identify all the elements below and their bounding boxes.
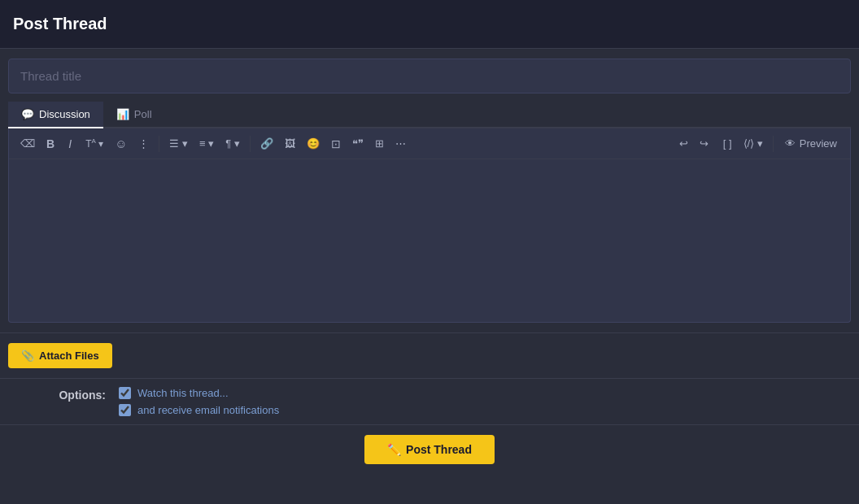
- watch-thread-checkbox[interactable]: [119, 387, 131, 399]
- post-thread-button[interactable]: ✏️ Post Thread: [364, 435, 495, 464]
- undo-icon: ↩: [679, 137, 688, 150]
- options-label: Options:: [8, 387, 106, 402]
- email-notifications-option[interactable]: and receive email notifications: [119, 404, 279, 416]
- align-icon: ≡ ▾: [199, 137, 214, 150]
- more-dots-icon: ⋮: [138, 137, 149, 150]
- editor-area[interactable]: [9, 159, 850, 322]
- link-button[interactable]: 🔗: [255, 134, 278, 153]
- font-size-button[interactable]: TA ▾: [81, 134, 108, 153]
- preview-label: Preview: [800, 137, 837, 150]
- redo-icon: ↪: [700, 137, 709, 150]
- submit-section: ✏️ Post Thread: [0, 424, 859, 474]
- options-checkboxes: Watch this thread... and receive email n…: [119, 387, 279, 416]
- more-toolbar-button[interactable]: ⋯: [390, 134, 411, 153]
- italic-button[interactable]: I: [61, 134, 79, 154]
- tab-discussion-label: Discussion: [39, 108, 90, 120]
- toolbar-separator-3: [773, 136, 774, 152]
- media-button[interactable]: ⊡: [326, 134, 346, 154]
- table-icon: ⊞: [375, 137, 384, 150]
- brackets-icon: [ ]: [723, 137, 732, 150]
- attach-label: Attach Files: [39, 350, 99, 362]
- quote-button[interactable]: ❝❞: [347, 134, 368, 153]
- post-thread-icon: ✏️: [387, 443, 401, 456]
- list-button[interactable]: ☰ ▾: [164, 134, 193, 153]
- image-icon: 🖼: [285, 137, 295, 150]
- code-button[interactable]: ⟨/⟩ ▾: [739, 134, 768, 153]
- editor-toolbar: ⌫ B I TA ▾ ☺ ⋮ ☰ ▾ ≡ ▾: [9, 128, 850, 159]
- toolbar-separator-1: [159, 136, 159, 152]
- list-icon: ☰ ▾: [169, 137, 188, 150]
- editor-wrapper: ⌫ B I TA ▾ ☺ ⋮ ☰ ▾ ≡ ▾: [8, 128, 851, 323]
- more-toolbar-icon: ⋯: [395, 137, 406, 150]
- tab-discussion[interactable]: 💬 Discussion: [8, 102, 103, 128]
- brackets-button[interactable]: [ ]: [718, 134, 737, 153]
- page-header: Post Thread: [0, 0, 859, 49]
- preview-icon: 👁: [785, 137, 796, 150]
- more-options-button[interactable]: ⋮: [133, 134, 154, 153]
- code-icon: ⟨/⟩ ▾: [743, 137, 763, 150]
- watch-thread-option[interactable]: Watch this thread...: [119, 387, 279, 399]
- image-button[interactable]: 🖼: [280, 134, 300, 153]
- undo-redo-group: ↩ ↪: [674, 134, 713, 153]
- options-section: Options: Watch this thread... and receiv…: [0, 378, 859, 424]
- watch-thread-label: Watch this thread...: [137, 387, 229, 399]
- email-notifications-checkbox[interactable]: [119, 404, 131, 416]
- link-icon: 🔗: [260, 137, 273, 150]
- attach-section: 📎 Attach Files: [0, 332, 859, 378]
- quote-icon: ❝❞: [352, 137, 364, 150]
- email-notifications-label: and receive email notifications: [137, 404, 279, 416]
- page-title: Post Thread: [13, 15, 107, 33]
- bold-icon: B: [46, 137, 55, 150]
- post-thread-label: Post Thread: [406, 443, 472, 456]
- indent-icon: ¶ ▾: [225, 137, 240, 150]
- media-icon: ⊡: [331, 137, 341, 150]
- bold-button[interactable]: B: [41, 134, 59, 154]
- emoji-icon: 😊: [307, 137, 320, 150]
- eraser-button[interactable]: ⌫: [15, 134, 40, 153]
- thread-title-input[interactable]: [8, 59, 851, 93]
- font-size-icon: TA ▾: [85, 137, 103, 150]
- smileys-button[interactable]: ☺: [110, 133, 132, 154]
- tab-poll[interactable]: 📊 Poll: [103, 102, 165, 128]
- paperclip-icon: 📎: [21, 350, 34, 362]
- tab-poll-label: Poll: [134, 108, 152, 120]
- tabs-container: 💬 Discussion 📊 Poll: [8, 102, 851, 128]
- preview-button[interactable]: 👁 Preview: [778, 134, 844, 153]
- align-button[interactable]: ≡ ▾: [194, 134, 219, 153]
- attach-files-button[interactable]: 📎 Attach Files: [8, 343, 112, 368]
- smiley-icon: ☺: [115, 137, 127, 150]
- undo-button[interactable]: ↩: [674, 134, 693, 153]
- eraser-icon: ⌫: [20, 137, 35, 150]
- discussion-icon: 💬: [21, 108, 34, 120]
- main-content: 💬 Discussion 📊 Poll ⌫ B I TA ▾ ☺: [0, 49, 859, 332]
- emoji-button[interactable]: 😊: [302, 134, 325, 153]
- toolbar-separator-2: [250, 136, 251, 152]
- poll-icon: 📊: [116, 108, 129, 120]
- table-button[interactable]: ⊞: [370, 134, 389, 153]
- indent-button[interactable]: ¶ ▾: [220, 134, 245, 153]
- redo-button[interactable]: ↪: [695, 134, 713, 153]
- italic-icon: I: [68, 137, 72, 150]
